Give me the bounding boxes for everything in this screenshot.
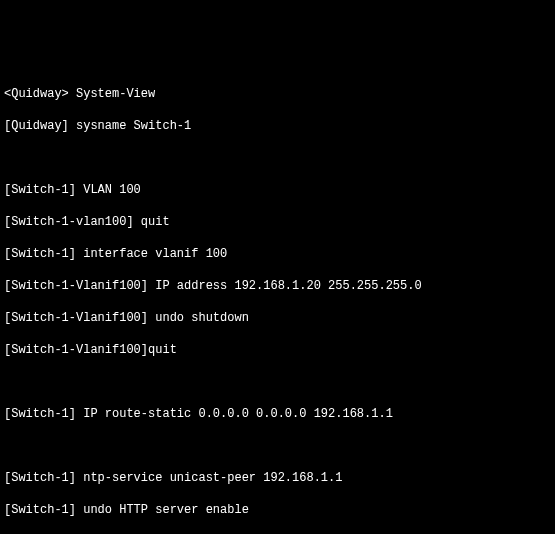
cli-line: [Switch-1-Vlanif100]quit [4, 342, 551, 358]
cli-line: [Quidway] sysname Switch-1 [4, 118, 551, 134]
cli-line: [Switch-1] interface vlanif 100 [4, 246, 551, 262]
cli-line: [Switch-1] ntp-service unicast-peer 192.… [4, 470, 551, 486]
cli-line: [Switch-1-Vlanif100] undo shutdown [4, 310, 551, 326]
cli-line: [Switch-1] IP route-static 0.0.0.0 0.0.0… [4, 406, 551, 422]
cli-line: [Switch-1-Vlanif100] IP address 192.168.… [4, 278, 551, 294]
cli-line: [Switch-1] undo HTTP server enable [4, 502, 551, 518]
cli-line: [Switch-1-vlan100] quit [4, 214, 551, 230]
terminal-output[interactable]: <Quidway> System-View [Quidway] sysname … [4, 70, 551, 534]
cli-line: <Quidway> System-View [4, 86, 551, 102]
cli-blank [4, 374, 551, 390]
cli-blank [4, 438, 551, 454]
cli-line: [Switch-1] VLAN 100 [4, 182, 551, 198]
cli-blank [4, 150, 551, 166]
